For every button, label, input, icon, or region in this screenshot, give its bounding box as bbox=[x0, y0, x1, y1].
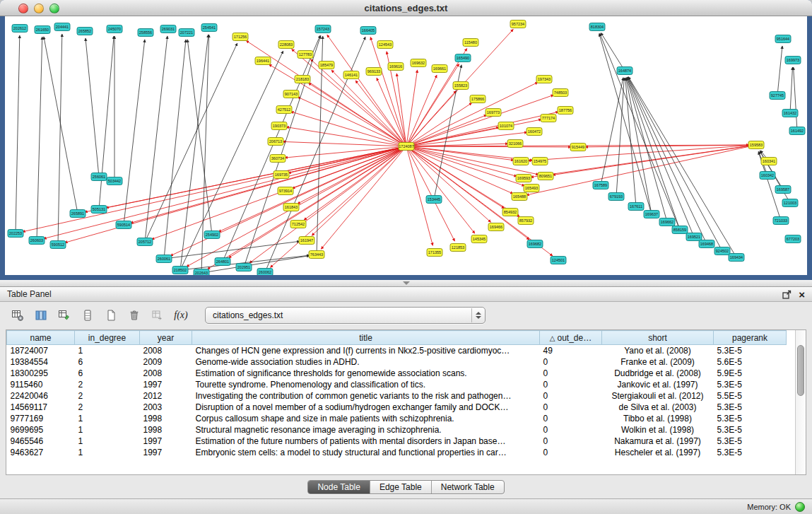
table-cell[interactable]: Estimation of the future numbers of pati… bbox=[192, 436, 540, 447]
table-cell[interactable]: Estimation of significance thresholds fo… bbox=[192, 368, 540, 379]
graph-node[interactable]: 171355 bbox=[427, 249, 442, 257]
table-cell[interactable]: 5.3E-5 bbox=[714, 424, 787, 436]
table-cell[interactable]: 18724007 bbox=[7, 345, 75, 357]
table-cell[interactable]: 5.3E-5 bbox=[714, 447, 787, 458]
table-cell[interactable]: 1998 bbox=[140, 413, 192, 424]
table-cell[interactable]: Structural magnetic resonance image aver… bbox=[192, 424, 540, 436]
column-header-name[interactable]: name bbox=[7, 331, 75, 345]
graph-node[interactable]: 858159 bbox=[672, 226, 688, 234]
graph-node[interactable]: 165488 bbox=[512, 193, 527, 201]
graph-node[interactable]: 153445 bbox=[426, 196, 442, 204]
table-cell[interactable]: 0 bbox=[540, 390, 602, 402]
graph-node[interactable]: 169773 bbox=[486, 109, 501, 117]
table-cell[interactable]: 2 bbox=[75, 390, 140, 402]
table-cell[interactable]: 2 bbox=[75, 379, 140, 390]
table-cell[interactable]: 5.6E-5 bbox=[714, 356, 787, 368]
table-cell[interactable]: 9465546 bbox=[7, 436, 75, 447]
graph-node[interactable]: 169593 bbox=[516, 175, 531, 182]
table-cell[interactable]: Hescheler et al. (1997) bbox=[602, 447, 714, 458]
table-cell[interactable]: 2003 bbox=[140, 402, 192, 413]
table-row[interactable]: 969969511998Structural magnetic resonanc… bbox=[7, 424, 787, 436]
table-cell[interactable]: 14569117 bbox=[7, 402, 75, 413]
graph-node[interactable]: 124543 bbox=[377, 41, 393, 49]
table-cell[interactable]: Corpus callosum shape and size in male p… bbox=[192, 413, 540, 424]
table-cell[interactable]: 5.3E-5 bbox=[714, 345, 787, 357]
graph-node[interactable]: 777174 bbox=[541, 115, 556, 122]
network-canvas[interactable]: 1724087185479146141969133169616169632169… bbox=[0, 0, 812, 280]
table-row[interactable]: 1830029562008Estimation of significance … bbox=[7, 368, 787, 379]
table-scrollbar[interactable] bbox=[795, 330, 806, 474]
graph-node[interactable]: 260062 bbox=[257, 269, 273, 276]
close-panel-icon[interactable]: × bbox=[799, 289, 805, 300]
graph-node[interactable]: 204441 bbox=[54, 23, 70, 31]
table-row[interactable]: 911546021997Tourette syndrome. Phenomeno… bbox=[7, 379, 787, 390]
table-cell[interactable]: 0 bbox=[540, 402, 602, 413]
create-column-button[interactable] bbox=[102, 306, 120, 325]
graph-node[interactable]: 763443 bbox=[309, 251, 324, 259]
table-cell[interactable]: 5.3E-5 bbox=[714, 413, 787, 424]
tab-edge-table[interactable]: Edge Table bbox=[370, 481, 431, 493]
table-cell[interactable]: 1 bbox=[75, 436, 140, 447]
graph-node[interactable]: 171256 bbox=[233, 33, 248, 41]
table-cell[interactable]: Investigating the contribution of common… bbox=[192, 390, 540, 402]
table-cell[interactable]: 0 bbox=[540, 368, 602, 379]
table-cell[interactable]: 22420046 bbox=[7, 390, 75, 402]
table-cell[interactable]: Franke et al. (2009) bbox=[602, 356, 714, 368]
graph-node[interactable]: 261650 bbox=[35, 26, 50, 34]
table-cell[interactable]: 1 bbox=[75, 413, 140, 424]
graph-node[interactable]: 169661 bbox=[432, 65, 447, 73]
table-cell[interactable]: 5.9E-5 bbox=[714, 368, 787, 379]
table-cell[interactable]: Yano et al. (2008) bbox=[602, 345, 714, 357]
table-selector-dropdown[interactable]: citations_edges.txt bbox=[205, 307, 486, 324]
table-cell[interactable]: Wolkin et al. (1998) bbox=[602, 424, 714, 436]
table-cell[interactable]: 19384554 bbox=[7, 356, 75, 368]
table-cell[interactable]: 9699695 bbox=[7, 424, 75, 436]
graph-node[interactable]: 115480 bbox=[463, 39, 478, 47]
graph-node[interactable]: 127783 bbox=[298, 51, 313, 59]
table-cell[interactable]: 1 bbox=[75, 424, 140, 436]
table-cell[interactable]: Jankovic et al. (1997) bbox=[602, 379, 714, 390]
table-mode-button[interactable] bbox=[8, 306, 27, 325]
table-row[interactable]: 2242004622012Investigating the contribut… bbox=[7, 390, 787, 402]
column-header-year[interactable]: year bbox=[140, 331, 192, 345]
graph-node[interactable]: 161620 bbox=[513, 158, 529, 165]
graph-node[interactable]: 166405 bbox=[360, 27, 376, 35]
graph-node[interactable]: 157243 bbox=[315, 25, 331, 33]
table-cell[interactable]: Embryonic stem cells: a model to study s… bbox=[192, 447, 540, 458]
graph-node[interactable]: 590512 bbox=[50, 241, 66, 249]
tab-network-table[interactable]: Network Table bbox=[431, 481, 504, 493]
graph-node[interactable]: 973914 bbox=[278, 187, 293, 195]
graph-node[interactable]: 907143 bbox=[283, 90, 299, 98]
graph-node[interactable]: 160341 bbox=[761, 158, 777, 165]
graph-node[interactable]: 121853 bbox=[450, 244, 466, 252]
table-cell[interactable]: 0 bbox=[540, 413, 602, 424]
table-cell[interactable]: 2008 bbox=[140, 368, 192, 379]
graph-node[interactable]: 165490 bbox=[455, 54, 471, 62]
graph-node[interactable]: 202643 bbox=[194, 269, 209, 277]
graph-node[interactable]: 161947 bbox=[299, 237, 314, 245]
graph-node[interactable]: 169616 bbox=[388, 63, 404, 71]
graph-node[interactable]: 197343 bbox=[536, 76, 552, 83]
table-cell[interactable]: 9463627 bbox=[7, 447, 75, 458]
graph-node[interactable]: 175866 bbox=[470, 95, 486, 103]
graph-node[interactable]: 258556 bbox=[138, 29, 153, 37]
row-options-button[interactable] bbox=[78, 306, 97, 325]
table-row[interactable]: 1456911722003Disruption of a novel membe… bbox=[7, 402, 787, 413]
graph-node[interactable]: 265852 bbox=[77, 28, 93, 35]
table-cell[interactable]: 2009 bbox=[140, 356, 192, 368]
table-cell[interactable]: 1998 bbox=[140, 424, 192, 436]
table-cell[interactable]: 5.3E-5 bbox=[714, 379, 787, 390]
graph-node[interactable]: 927745 bbox=[770, 92, 785, 100]
graph-node[interactable]: 155823 bbox=[453, 82, 469, 90]
graph-node[interactable]: 951644 bbox=[775, 35, 791, 43]
table-cell[interactable]: 0 bbox=[540, 424, 602, 436]
graph-node[interactable]: 228083 bbox=[278, 41, 294, 49]
graph-node[interactable]: 857932 bbox=[518, 217, 534, 225]
graph-node[interactable]: 202951 bbox=[236, 264, 252, 271]
graph-node[interactable]: 924502 bbox=[714, 247, 730, 255]
table-row[interactable]: 946554611997Estimation of the future num… bbox=[7, 436, 787, 447]
graph-node[interactable]: 809651 bbox=[538, 173, 553, 180]
graph-node[interactable]: 169468 bbox=[699, 240, 714, 248]
table-row[interactable]: 946362711997Embryonic stem cells: a mode… bbox=[7, 447, 787, 458]
tab-node-table[interactable]: Node Table bbox=[308, 481, 370, 493]
